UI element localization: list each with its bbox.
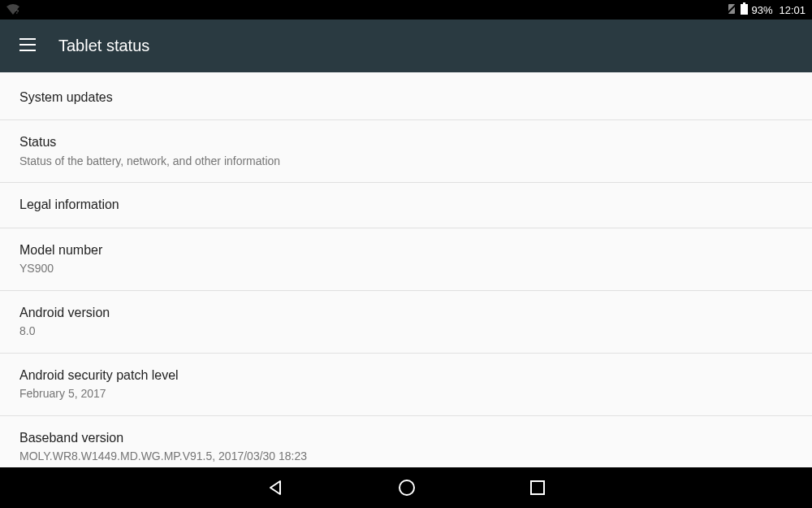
setting-title: Model number xyxy=(19,241,793,259)
clock-time: 12:01 xyxy=(779,4,806,16)
page-title: Tablet status xyxy=(58,37,149,55)
app-bar: Tablet status xyxy=(0,20,812,72)
setting-title: Legal information xyxy=(19,196,793,214)
setting-baseband-version[interactable]: Baseband version MOLY.WR8.W1449.MD.WG.MP… xyxy=(0,416,812,467)
home-button[interactable] xyxy=(398,479,416,497)
setting-android-version[interactable]: Android version 8.0 xyxy=(0,291,812,354)
svg-rect-4 xyxy=(741,4,748,15)
setting-subtitle: Status of the battery, network, and othe… xyxy=(19,154,793,170)
setting-subtitle: February 5, 2017 xyxy=(19,386,793,402)
hamburger-menu-icon[interactable] xyxy=(19,38,36,54)
setting-title: Android version xyxy=(19,304,793,322)
svg-text:?: ? xyxy=(15,9,19,15)
setting-title: Android security patch level xyxy=(19,367,793,384)
no-sim-icon xyxy=(726,3,737,17)
setting-model-number[interactable]: Model number YS900 xyxy=(0,228,812,291)
setting-subtitle: 8.0 xyxy=(19,323,793,340)
setting-title: Baseband version xyxy=(19,429,793,447)
wifi-icon: ? xyxy=(6,3,19,17)
svg-rect-9 xyxy=(531,481,544,494)
svg-rect-6 xyxy=(19,44,36,46)
svg-point-8 xyxy=(400,480,414,495)
setting-legal-information[interactable]: Legal information xyxy=(0,183,812,228)
setting-system-updates[interactable]: System updates xyxy=(0,72,812,120)
svg-rect-3 xyxy=(743,2,745,4)
back-button[interactable] xyxy=(266,479,284,497)
settings-list: System updates Status Status of the batt… xyxy=(0,72,812,467)
setting-title: System updates xyxy=(19,89,793,106)
setting-title: Status xyxy=(19,133,793,151)
svg-rect-5 xyxy=(19,38,36,40)
setting-subtitle: YS900 xyxy=(19,261,793,277)
status-bar: ? 93% 12:01 xyxy=(0,0,812,20)
svg-rect-7 xyxy=(19,50,36,51)
setting-subtitle: MOLY.WR8.W1449.MD.WG.MP.V91.5, 2017/03/3… xyxy=(19,449,793,465)
battery-icon xyxy=(741,2,748,17)
setting-status[interactable]: Status Status of the battery, network, a… xyxy=(0,120,812,183)
navigation-bar xyxy=(0,467,812,508)
recent-apps-button[interactable] xyxy=(529,480,546,496)
setting-security-patch[interactable]: Android security patch level February 5,… xyxy=(0,354,812,416)
battery-percentage: 93% xyxy=(751,4,772,16)
